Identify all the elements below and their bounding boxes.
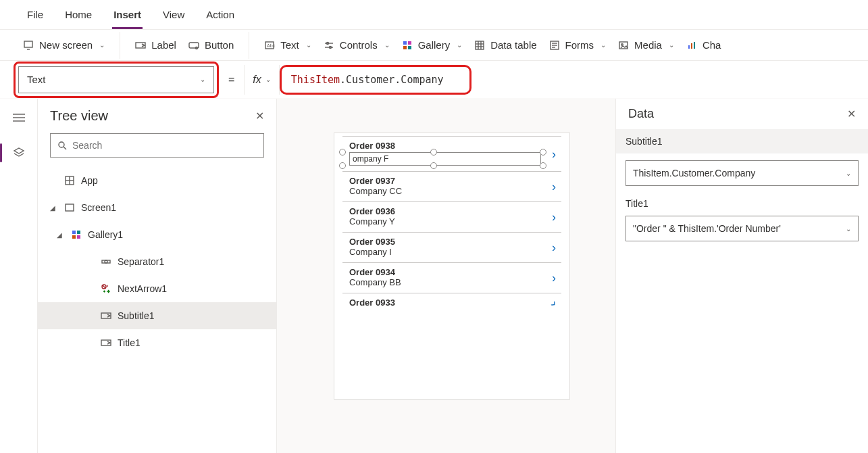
- item-title: Order 0935: [349, 237, 541, 247]
- tree-node-title1[interactable]: Title1: [38, 329, 276, 356]
- menu-tabs: File Home Insert View Action: [0, 0, 868, 30]
- hamburger-icon: [13, 113, 25, 122]
- close-icon[interactable]: ✕: [255, 110, 264, 122]
- svg-line-33: [63, 147, 66, 149]
- chevron-right-icon[interactable]: ›: [552, 271, 556, 285]
- formula-input[interactable]: ThisItem.Customer.Company: [284, 70, 467, 90]
- rail-treeview[interactable]: [5, 141, 32, 165]
- separator-icon: [100, 256, 112, 268]
- chevron-right-icon[interactable]: ›: [552, 241, 556, 255]
- svg-text:Abc: Abc: [267, 43, 275, 48]
- gallery-item[interactable]: Order 0934 Company BB ›: [342, 263, 561, 293]
- left-rail: [0, 99, 38, 453]
- controls-button[interactable]: Controls ⌄: [324, 39, 390, 51]
- subtitle-editing[interactable]: ompany F: [349, 152, 541, 166]
- property-select[interactable]: Text ⌄: [18, 66, 214, 93]
- text-button[interactable]: Abc Text ⌄: [264, 39, 311, 51]
- svg-rect-27: [691, 43, 692, 49]
- svg-rect-41: [77, 235, 80, 239]
- label-node-icon: [100, 310, 112, 322]
- text-icon: Abc: [264, 40, 275, 51]
- close-icon[interactable]: ✕: [847, 108, 856, 120]
- search-input[interactable]: [72, 140, 257, 151]
- forms-button[interactable]: Forms ⌄: [549, 39, 607, 51]
- gallery-item[interactable]: Order 0935 Company I ›: [342, 233, 561, 263]
- gallery-item[interactable]: Order 0938 ompany F ›: [342, 136, 561, 172]
- new-screen-icon: [23, 40, 34, 51]
- fx-button[interactable]: fx ⌄: [244, 65, 279, 95]
- tab-file[interactable]: File: [26, 2, 45, 27]
- label-button[interactable]: Label: [135, 39, 176, 51]
- tree-node-screen1[interactable]: ◢ Screen1: [38, 194, 276, 221]
- nextarrow-icon: [100, 283, 112, 295]
- tab-view[interactable]: View: [161, 2, 186, 27]
- svg-rect-39: [77, 231, 80, 234]
- datapane-title: Data: [628, 107, 654, 121]
- chevron-right-icon[interactable]: ›: [552, 210, 556, 224]
- charts-icon: [686, 40, 697, 51]
- media-icon: [618, 40, 629, 51]
- chevron-down-icon: ⌄: [384, 41, 390, 49]
- gallery-button[interactable]: Gallery ⌄: [402, 39, 463, 51]
- property-select-highlight: Text ⌄: [14, 62, 219, 98]
- svg-rect-15: [476, 41, 484, 49]
- screen-icon: [63, 201, 76, 214]
- svg-rect-28: [694, 42, 695, 49]
- tab-home[interactable]: Home: [63, 2, 93, 27]
- app-icon: [63, 174, 76, 187]
- svg-rect-37: [66, 204, 74, 211]
- tree-node-separator1[interactable]: Separator1: [38, 248, 276, 275]
- chevron-down-icon: ⌄: [457, 41, 462, 49]
- chevron-down-icon: ⌄: [846, 170, 851, 177]
- chevron-down-icon: ⌄: [669, 41, 674, 49]
- tree-list: App ◢ Screen1 ◢ Gallery1 Separator1 Next…: [38, 164, 276, 453]
- tree-node-nextarrow1[interactable]: NextArrow1: [38, 275, 276, 302]
- datatable-icon: [474, 40, 485, 51]
- button-button[interactable]: Button: [188, 39, 234, 51]
- chevron-down-icon: ⌄: [200, 76, 205, 83]
- gallery-item[interactable]: Order 0933 ›: [342, 293, 561, 313]
- media-button[interactable]: Media ⌄: [618, 39, 674, 51]
- caret-icon: ◢: [50, 204, 58, 212]
- treeview-search[interactable]: [50, 133, 264, 158]
- title-binding-select[interactable]: "Order " & ThisItem.'Order Number' ⌄: [626, 216, 859, 241]
- tree-view-pane: Tree view ✕ App ◢ Screen1 ◢ Gallery1: [38, 99, 277, 453]
- tab-insert[interactable]: Insert: [112, 2, 143, 29]
- chevron-right-icon[interactable]: ›: [552, 147, 556, 161]
- tree-node-app[interactable]: App: [38, 167, 276, 194]
- subtitle-binding-select[interactable]: ThisItem.Customer.Company ⌄: [626, 160, 859, 186]
- chevron-down-icon: ⌄: [265, 76, 271, 83]
- chevron-down-icon: ⌄: [601, 41, 606, 49]
- svg-rect-13: [403, 46, 407, 49]
- label-node-icon: [100, 337, 112, 349]
- rail-hamburger[interactable]: [5, 105, 32, 130]
- canvas-area[interactable]: Order 0938 ompany F › Order 0937 Company…: [277, 99, 615, 453]
- item-title: Order 0936: [349, 206, 541, 216]
- gallery-icon: [402, 40, 413, 51]
- tab-action[interactable]: Action: [205, 2, 236, 27]
- tree-node-gallery1[interactable]: ◢ Gallery1: [38, 221, 276, 248]
- button-icon: [188, 40, 199, 51]
- datatable-button[interactable]: Data table: [474, 39, 536, 51]
- svg-point-25: [621, 43, 623, 45]
- item-title: Order 0933: [349, 297, 541, 308]
- gallery-item[interactable]: Order 0937 Company CC ›: [342, 172, 561, 202]
- chevron-down-icon: ⌄: [306, 41, 311, 49]
- svg-rect-12: [408, 41, 411, 45]
- tree-node-subtitle1[interactable]: Subtitle1: [38, 302, 276, 329]
- item-subtitle: Company BB: [349, 277, 541, 287]
- svg-rect-14: [408, 46, 411, 49]
- formula-bar: Text ⌄ = fx ⌄ ThisItem.Customer.Company: [0, 61, 868, 99]
- gallery-preview: Order 0938 ompany F › Order 0937 Company…: [334, 133, 569, 313]
- treeview-title: Tree view: [50, 108, 108, 124]
- gallery-item[interactable]: Order 0936 Company Y ›: [342, 202, 561, 233]
- charts-button[interactable]: Cha: [686, 39, 721, 51]
- item-title: Order 0934: [349, 267, 541, 277]
- svg-rect-11: [403, 41, 407, 45]
- datapane-subtitle-label: Subtitle1: [616, 129, 868, 153]
- screen-preview[interactable]: Order 0938 ompany F › Order 0937 Company…: [334, 133, 570, 400]
- chevron-right-icon[interactable]: ›: [552, 180, 556, 194]
- caret-icon: ◢: [57, 231, 65, 239]
- chevron-right-icon[interactable]: ›: [548, 297, 560, 310]
- new-screen-button[interactable]: New screen ⌄: [23, 39, 105, 51]
